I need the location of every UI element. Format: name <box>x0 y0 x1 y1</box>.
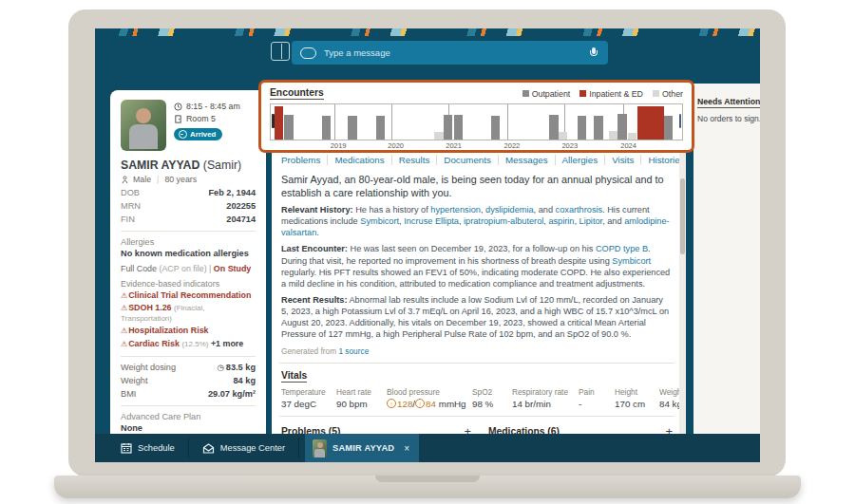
on-study-link[interactable]: On Study <box>214 264 251 273</box>
vital-spo2: SpO298 % <box>472 387 512 409</box>
needs-attention-panel: Needs Attention (0) No orders to sign. <box>694 84 760 435</box>
schedule-button[interactable]: Schedule <box>95 434 188 462</box>
source-link[interactable]: 1 source <box>338 346 369 356</box>
vital-label: Heart rate <box>336 387 387 397</box>
demographic-value: Feb 2, 1944 <box>208 188 256 197</box>
encounter-bar-other[interactable] <box>628 133 637 140</box>
measurements: Weight dosing83.5 kgWeight84 kgBMI29.07 … <box>121 363 256 399</box>
sidebar-toggle-icon[interactable] <box>271 42 290 61</box>
encounter-bar-other[interactable] <box>559 132 568 140</box>
measurement-label: Weight dosing <box>121 363 176 372</box>
divider <box>279 416 674 417</box>
patient-tab-active[interactable]: SAMIR AYYAD × <box>305 434 419 462</box>
summary-sections: Relevant History: He has a history of hy… <box>279 204 674 341</box>
inline-link[interactable]: dyslipidemia <box>485 205 534 215</box>
inline-link[interactable]: Incruse Ellipta <box>404 216 459 226</box>
vital-blood-pressure: Blood pressure128/84 mmHg <box>387 387 472 409</box>
message-input[interactable]: Type a message <box>292 41 608 65</box>
section-tabs: ProblemsMedicationsResultsDocumentsMessa… <box>279 155 674 165</box>
encounter-bar-outpatient[interactable] <box>348 116 357 140</box>
encounter-bar-inpatient[interactable] <box>637 106 663 140</box>
encounter-bar-outpatient[interactable] <box>549 115 559 140</box>
indicator-text: SDOH 1.26 <box>128 303 171 312</box>
message-center-button[interactable]: Message Center <box>189 434 298 462</box>
vitals-row: Temperature37 degCHeart rate90 bpmBlood … <box>281 387 673 409</box>
encounters-legend: OutpatientInpatient & EDOther <box>522 89 683 99</box>
demographic-value: 202255 <box>226 201 256 211</box>
vital-value: 170 cm <box>615 399 659 409</box>
legend-swatch <box>522 90 529 97</box>
inline-link[interactable]: COPD type B <box>596 244 648 253</box>
tab-medications[interactable]: Medications <box>328 155 391 165</box>
measurement-row: Weight84 kg <box>121 376 256 385</box>
measurement-row: Weight dosing83.5 kg <box>121 363 256 372</box>
warning-icon: ⚠ <box>121 291 127 300</box>
indicator-detail: (12.5%) <box>181 340 208 348</box>
divider <box>121 405 256 406</box>
patient-photo <box>121 100 166 151</box>
calendar-icon <box>121 442 132 454</box>
app-screen: Type a message 8:15 - 8:45 am Room 5 <box>95 28 760 462</box>
vital-height: Height170 cm <box>615 387 659 409</box>
scrollbar-thumb[interactable] <box>680 178 685 254</box>
inline-link[interactable]: ipratropium-albuterol <box>464 216 543 226</box>
acp-label: Advanced Care Plan <box>121 412 256 421</box>
indicator-more-link[interactable]: +1 more <box>211 339 243 348</box>
room-number: Room 5 <box>186 114 216 123</box>
evidence-indicator[interactable]: ⚠SDOH 1.26 (Finacial, Transportation) <box>121 303 256 324</box>
legend-label: Inpatient & ED <box>589 89 643 99</box>
legend-label: Other <box>662 89 683 99</box>
microphone-icon[interactable] <box>590 47 598 58</box>
year-label: 2020 <box>388 141 404 150</box>
close-tab-icon[interactable]: × <box>404 443 409 454</box>
evidence-indicator[interactable]: ⚠Cardiac Risk (12.5%) +1 more <box>121 339 256 349</box>
legend-label: Outpatient <box>532 89 571 99</box>
encounter-bar-outpatient[interactable] <box>594 116 603 140</box>
evidence-indicator[interactable]: ⚠Hospitalization Risk <box>121 326 256 336</box>
inline-link[interactable]: aspirin <box>548 216 574 226</box>
room-icon <box>174 115 182 123</box>
demographic-row: MRN202255 <box>121 201 256 211</box>
bottom-bar: Schedule Message Center SAMIR AYYAD × <box>95 434 760 462</box>
inline-link[interactable]: Symbicort <box>612 256 651 266</box>
summary-intro: Samir Ayyad, an 80-year-old male, is bei… <box>281 173 673 199</box>
tab-messages[interactable]: Messages <box>499 155 556 165</box>
chart-scroll-handle-left[interactable] <box>272 114 275 128</box>
vital-heart-rate: Heart rate90 bpm <box>336 387 387 409</box>
inline-link[interactable]: Lipitor <box>580 216 603 226</box>
encounter-bar-outpatient[interactable] <box>376 116 386 140</box>
summary-section: Last Encounter: He was last seen on Dece… <box>281 243 673 289</box>
encounters-title: Encounters <box>270 87 324 100</box>
encounter-bar-outpatient[interactable] <box>284 115 294 140</box>
inline-link[interactable]: coxarthrosis <box>556 205 603 215</box>
divider <box>121 231 256 232</box>
tab-problems[interactable]: Problems <box>279 155 328 165</box>
tab-documents[interactable]: Documents <box>437 155 499 165</box>
year-gridline <box>334 104 335 140</box>
high-alert-icon <box>387 399 396 408</box>
encounter-bar-outpatient[interactable] <box>322 116 332 140</box>
inline-link[interactable]: Symbicort <box>360 216 399 226</box>
demographics: DOBFeb 2, 1944MRN202255FIN204714 <box>121 188 256 224</box>
encounters-chart[interactable] <box>270 103 683 140</box>
encounter-bar-outpatient[interactable] <box>618 114 627 140</box>
legend-swatch <box>653 90 659 97</box>
encounter-bar-outpatient[interactable] <box>491 116 501 140</box>
legend-swatch <box>580 90 586 97</box>
tab-allergies[interactable]: Allergies <box>556 155 606 165</box>
evidence-indicator[interactable]: ⚠Clinical Trial Recommendation <box>121 290 256 301</box>
tab-results[interactable]: Results <box>392 155 438 165</box>
encounter-bar-outpatient[interactable] <box>578 116 587 140</box>
year-gridline <box>391 104 392 140</box>
tab-visits[interactable]: Visits <box>605 155 641 165</box>
encounter-bar-outpatient[interactable] <box>454 115 464 140</box>
year-label: 2024 <box>620 141 636 150</box>
legend-item-outpatient: Outpatient <box>522 89 571 99</box>
envelope-icon <box>202 443 215 454</box>
encounter-bar-inpatient[interactable] <box>275 106 283 140</box>
encounter-bar-outpatient[interactable] <box>664 116 674 140</box>
inline-link[interactable]: hypertension <box>430 205 481 215</box>
encounter-bar-other[interactable] <box>434 132 444 140</box>
chart-scroll-handle-right[interactable] <box>679 114 682 128</box>
encounter-bar-outpatient[interactable] <box>444 115 453 140</box>
